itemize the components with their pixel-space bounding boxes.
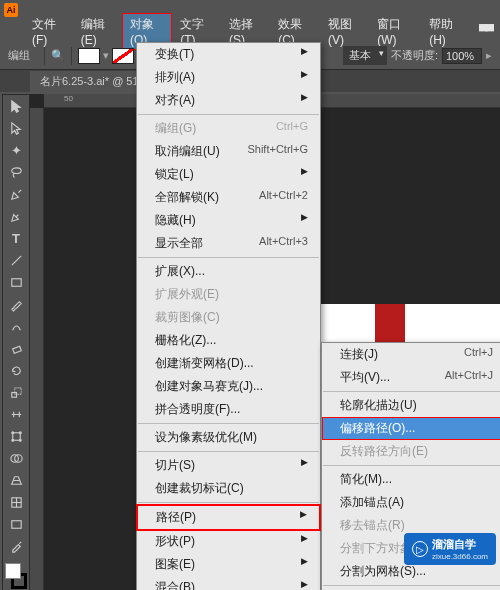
watermark-url: zixue.3d66.com [432, 552, 488, 561]
menu-item[interactable]: 设为像素级优化(M) [137, 426, 320, 449]
fill-stroke-indicator[interactable] [3, 561, 29, 590]
magic-wand-tool[interactable]: ✦ [3, 139, 29, 161]
menu-item[interactable]: 图案(E)▶ [137, 553, 320, 576]
menu-item[interactable]: 扩展(X)... [137, 260, 320, 283]
fill-swatch[interactable] [78, 48, 100, 64]
paintbrush-tool[interactable] [3, 293, 29, 315]
menu-item[interactable]: 路径(P)▶ [138, 506, 319, 529]
menu-item[interactable]: 锁定(L)▶ [137, 163, 320, 186]
search-icon[interactable]: 🔍 [51, 49, 65, 62]
fill-color-icon[interactable] [5, 563, 21, 579]
pen-tool[interactable] [3, 183, 29, 205]
svg-point-9 [11, 439, 13, 441]
menu-item[interactable]: 显示全部Alt+Ctrl+3 [137, 232, 320, 255]
menu-edit[interactable]: 编辑(E) [73, 13, 122, 50]
menu-item[interactable]: 排列(A)▶ [137, 66, 320, 89]
menu-item: 裁剪图像(C) [137, 306, 320, 329]
width-tool[interactable] [3, 403, 29, 425]
opacity-label: 不透明度: [391, 48, 438, 63]
shape-builder-tool[interactable] [3, 447, 29, 469]
type-tool[interactable]: T [3, 227, 29, 249]
watermark-brand: 溜溜自学 [432, 537, 488, 552]
svg-rect-16 [11, 520, 20, 528]
menu-item[interactable]: 创建对象马赛克(J)... [137, 375, 320, 398]
lasso-tool[interactable] [3, 161, 29, 183]
selection-tool[interactable] [3, 95, 29, 117]
watermark-badge: ▷ 溜溜自学 zixue.3d66.com [404, 533, 496, 565]
svg-point-8 [19, 431, 21, 433]
menu-item[interactable]: 形状(P)▶ [137, 530, 320, 553]
tool-panel: ✦ T [2, 94, 30, 590]
stroke-swatch[interactable] [112, 48, 134, 64]
rectangle-tool[interactable] [3, 271, 29, 293]
svg-rect-2 [11, 278, 20, 286]
menu-item[interactable]: 切片(S)▶ [137, 454, 320, 477]
eraser-tool[interactable] [3, 337, 29, 359]
menu-item[interactable]: 拼合透明度(F)... [137, 398, 320, 421]
line-tool[interactable] [3, 249, 29, 271]
graphic-style-dropdown[interactable]: 基本 [343, 46, 387, 65]
eyedropper-tool[interactable] [3, 535, 29, 557]
mesh-tool[interactable] [3, 491, 29, 513]
menu-item[interactable]: 栅格化(Z)... [137, 329, 320, 352]
gradient-tool[interactable] [3, 513, 29, 535]
menu-item[interactable]: 平均(V)...Alt+Ctrl+J [322, 366, 500, 389]
menu-item[interactable]: 偏移路径(O)... [322, 417, 500, 440]
menu-item: 编组(G)Ctrl+G [137, 117, 320, 140]
direct-selection-tool[interactable] [3, 117, 29, 139]
menu-item[interactable]: 创建渐变网格(D)... [137, 352, 320, 375]
rotate-tool[interactable] [3, 359, 29, 381]
menu-help[interactable]: 帮助(H) [421, 13, 471, 50]
menu-item[interactable]: 创建裁切标记(C) [137, 477, 320, 500]
selection-type-label: 编组 [8, 48, 30, 63]
opacity-input[interactable] [442, 48, 482, 64]
menu-item[interactable]: 取消编组(U)Shift+Ctrl+G [137, 140, 320, 163]
free-transform-tool[interactable] [3, 425, 29, 447]
menu-overflow-icon[interactable]: ▀▀ [471, 21, 500, 41]
play-icon: ▷ [412, 541, 428, 557]
menu-item[interactable]: 混合(B)▶ [137, 576, 320, 590]
menu-item[interactable]: 变换(T)▶ [137, 43, 320, 66]
svg-line-1 [11, 255, 20, 264]
menu-view[interactable]: 视图(V) [320, 13, 369, 50]
menu-item[interactable]: 连接(J)Ctrl+J [322, 343, 500, 366]
svg-point-0 [11, 167, 20, 173]
menu-file[interactable]: 文件(F) [24, 13, 73, 50]
curvature-tool[interactable] [3, 205, 29, 227]
menu-bar: 文件(F) 编辑(E) 对象(O) 文字(T) 选择(S) 效果(C) 视图(V… [0, 20, 500, 42]
menu-window[interactable]: 窗口(W) [369, 13, 421, 50]
menu-item[interactable]: 轮廓化描边(U) [322, 394, 500, 417]
menu-item: 反转路径方向(E) [322, 440, 500, 463]
menu-item: 扩展外观(E) [137, 283, 320, 306]
menu-item[interactable]: 添加锚点(A) [322, 491, 500, 514]
perspective-grid-tool[interactable] [3, 469, 29, 491]
ruler-vertical [30, 108, 44, 590]
object-menu-dropdown: 变换(T)▶排列(A)▶对齐(A)▶编组(G)Ctrl+G取消编组(U)Shif… [136, 42, 321, 590]
svg-rect-5 [14, 387, 21, 394]
menu-item[interactable]: 简化(M)... [322, 468, 500, 491]
menu-item[interactable]: 隐藏(H)▶ [137, 209, 320, 232]
svg-rect-3 [12, 346, 21, 353]
shaper-tool[interactable] [3, 315, 29, 337]
app-logo-icon: Ai [4, 3, 18, 17]
menu-item[interactable]: 全部解锁(K)Alt+Ctrl+2 [137, 186, 320, 209]
svg-point-10 [19, 439, 21, 441]
artwork-element [375, 304, 405, 344]
svg-rect-6 [12, 432, 20, 440]
menu-item[interactable]: 对齐(A)▶ [137, 89, 320, 112]
scale-tool[interactable] [3, 381, 29, 403]
svg-point-7 [11, 431, 13, 433]
